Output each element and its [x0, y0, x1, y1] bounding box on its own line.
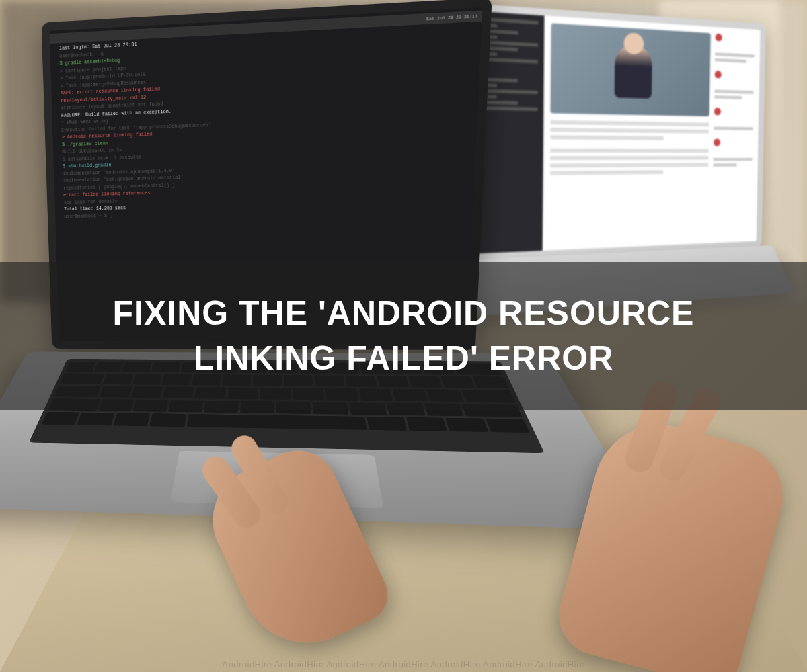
- bullet-icon: [714, 138, 720, 146]
- article-title: FIXING THE 'ANDROID RESOURCE LINKING FAI…: [40, 291, 767, 382]
- bullet-icon: [715, 34, 722, 42]
- person-icon: [615, 44, 652, 99]
- browser-main-column: [549, 23, 711, 243]
- article-photo: [551, 23, 711, 116]
- back-browser-panel: [543, 15, 760, 251]
- title-overlay-band: FIXING THE 'ANDROID RESOURCE LINKING FAI…: [0, 262, 807, 410]
- watermark-text: AndroidHire AndroidHire AndroidHire Andr…: [0, 659, 807, 669]
- bullet-icon: [714, 108, 721, 116]
- browser-sidebar: [712, 34, 755, 237]
- bullet-icon: [715, 71, 722, 79]
- hero-image: Sat Jul 28 20:35:17 last login: Sat Jul …: [0, 0, 807, 672]
